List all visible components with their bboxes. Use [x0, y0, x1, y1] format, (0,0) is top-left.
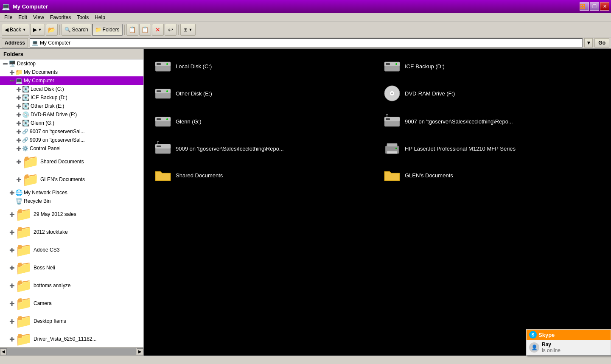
file-item-glenn-g[interactable]: Glenn (G:): [153, 112, 373, 131]
drive-icon-e: [154, 87, 171, 100]
expand-icon-desktop-items[interactable]: ➕: [8, 318, 15, 325]
file-label-glenn-g: Glenn (G:): [176, 118, 202, 125]
folder-tree[interactable]: ➖ 🖥️ Desktop ➕ 📁 My Documents ➖ 💻 My Com…: [0, 59, 143, 347]
sidebar-item-camera[interactable]: ➕ 📁 Camera: [0, 294, 143, 312]
copy-to-button[interactable]: 📋: [126, 24, 138, 36]
expand-icon-shared-documents[interactable]: ➕: [15, 158, 22, 165]
skype-popup[interactable]: S Skype 👤 Ray is online: [526, 329, 611, 356]
expand-icon-ice-backup-d[interactable]: ➕: [15, 94, 22, 101]
file-item-dvd-ram-f[interactable]: DVD-RAM Drive (F:): [382, 83, 603, 104]
expand-icon-glenn-g[interactable]: ➕: [15, 120, 22, 126]
close-button[interactable]: ✕: [600, 2, 609, 11]
expand-icon-2012-stocktake[interactable]: ➕: [8, 229, 15, 235]
file-item-hp-laserjet[interactable]: HP LaserJet Professional M1210 MFP Serie…: [382, 139, 603, 158]
expand-icon-9007-tgoserver[interactable]: ➕: [15, 128, 22, 135]
sidebar-item-9009-tgoserver[interactable]: ➕ 🔗 9009 on 'tgoserver\Sal...: [0, 136, 143, 144]
expand-icon-29-may-sales[interactable]: ➕: [8, 211, 15, 218]
sidebar-item-control-panel[interactable]: ➕ ⚙️ Control Panel: [0, 144, 143, 153]
forward-button[interactable]: ▶ ▼: [30, 24, 45, 36]
file-item-9009-tgoserver[interactable]: 9009 on 'tgoserver\Sales\Iceclothing\Rep…: [153, 139, 373, 158]
expand-icon-bottoms-analyze[interactable]: ➕: [8, 282, 15, 289]
back-button[interactable]: ◀ Back ▼: [2, 24, 29, 36]
file-item-local-disk-c[interactable]: Local Disk (C:): [153, 58, 373, 75]
sidebar-scrollbar[interactable]: ◀ ▶: [0, 347, 143, 356]
menu-favorites[interactable]: Favorites: [48, 14, 73, 21]
move-to-button[interactable]: 📋: [139, 24, 151, 36]
scroll-right-arrow[interactable]: ▶: [137, 348, 143, 355]
expand-icon-my-documents[interactable]: ➕: [8, 69, 15, 76]
file-label-shared-documents: Shared Documents: [176, 172, 223, 179]
drive-icon-g: [154, 115, 171, 128]
my-computer-icon: 💻: [15, 77, 22, 84]
expand-icon-9009-tgoserver[interactable]: ➕: [15, 137, 22, 143]
sidebar-item-shared-documents[interactable]: ➕ 📁 Shared Documents: [0, 153, 143, 171]
file-item-glens-documents[interactable]: GLEN's Documents: [382, 166, 603, 184]
sidebar-item-my-network[interactable]: ➕ 🌐 My Network Places: [0, 188, 143, 197]
sidebar-item-boss-neli[interactable]: ➕ 📁 Boss Neli: [0, 259, 143, 277]
file-item-other-disk-e[interactable]: Other Disk (E:): [153, 83, 373, 104]
menu-tools[interactable]: Tools: [74, 14, 91, 21]
view-button[interactable]: ⊞ ▼: [180, 24, 196, 36]
expand-icon-other-disk-e[interactable]: ➕: [15, 103, 22, 109]
sidebar-item-9007-tgoserver[interactable]: ➕ 🔗 9007 on 'tgoserver\Sal...: [0, 127, 143, 136]
delete-button[interactable]: ✕: [152, 24, 164, 36]
address-dropdown[interactable]: ▼: [584, 38, 593, 48]
expand-icon-control-panel[interactable]: ➕: [15, 145, 22, 152]
menu-file[interactable]: File: [2, 14, 15, 21]
search-button[interactable]: 🔍 Search: [62, 24, 91, 36]
folders-button[interactable]: 📁 Folders: [92, 24, 123, 36]
expand-icon-driver-vista[interactable]: ➕: [8, 336, 15, 342]
file-item-shared-documents[interactable]: Shared Documents: [153, 166, 373, 184]
sidebar-item-other-disk-e[interactable]: ➕ 💽 Other Disk (E:): [0, 102, 143, 110]
go-button[interactable]: Go: [594, 38, 609, 48]
back-dropdown-icon: ▼: [22, 28, 26, 32]
expand-icon-desktop[interactable]: ➖: [2, 60, 8, 67]
sidebar-item-adobe-cs3[interactable]: ➕ 📁 Adobe CS3: [0, 241, 143, 259]
skype-avatar: 👤: [529, 342, 539, 353]
file-item-9007-tgoserver[interactable]: 9007 on 'tgoserver\Sales\Iceclothing\Rep…: [382, 112, 603, 131]
sidebar-item-glenn-g[interactable]: ➕ 💽 Glenn (G:): [0, 119, 143, 127]
sidebar-item-dvd-ram-f[interactable]: ➕ 💿 DVD-RAM Drive (F:): [0, 110, 143, 119]
netdrive-icon-9009: [154, 141, 171, 156]
sidebar-label-control-panel: Control Panel: [30, 146, 61, 151]
up-button[interactable]: 📂: [46, 24, 58, 36]
address-input[interactable]: 💻 My Computer: [30, 38, 583, 48]
printer-icon: [384, 141, 401, 156]
sidebar-item-desktop-items[interactable]: ➕ 📁 Desktop Items: [0, 312, 143, 330]
sidebar-label-recycle-bin: Recycle Bin: [24, 198, 50, 204]
sidebar-item-recycle-bin[interactable]: 🗑️ Recycle Bin: [0, 197, 143, 205]
menu-view[interactable]: View: [31, 14, 47, 21]
expand-icon-glens-documents[interactable]: ➕: [15, 176, 22, 183]
expand-icon-local-disk-c[interactable]: ➕: [15, 86, 22, 92]
skype-header: S Skype: [527, 330, 611, 340]
sidebar-label-my-network: My Network Places: [24, 190, 67, 196]
sidebar-item-driver-vista[interactable]: ➕ 📁 Driver_Vista_6250_11182...: [0, 330, 143, 347]
sidebar-item-local-disk-c[interactable]: ➕ 💽 Local Disk (C:): [0, 85, 143, 93]
sidebar-item-my-documents[interactable]: ➕ 📁 My Documents: [0, 68, 143, 76]
undo-button[interactable]: ↩: [165, 24, 177, 36]
expand-icon-adobe-cs3[interactable]: ➕: [8, 246, 15, 253]
expand-icon-boss-neli[interactable]: ➕: [8, 264, 15, 271]
sidebar-item-2012-stocktake[interactable]: ➕ 📁 2012 stocktake: [0, 223, 143, 241]
sidebar-item-29-may-sales[interactable]: ➕ 📁 29 May 2012 sales: [0, 205, 143, 223]
expand-icon-camera[interactable]: ➕: [8, 300, 15, 307]
dvd-icon-f: [384, 85, 401, 102]
scroll-track[interactable]: [7, 348, 136, 355]
restore-button[interactable]: ❐: [590, 2, 599, 11]
drive-icon-c: [154, 59, 171, 73]
expand-icon-my-computer[interactable]: ➖: [8, 77, 15, 84]
copy-to-icon: 📋: [129, 26, 136, 33]
desktop-items-icon: 📁: [15, 313, 32, 329]
menu-edit[interactable]: Edit: [16, 14, 30, 21]
sidebar-item-bottoms-analyze[interactable]: ➕ 📁 bottoms analyze: [0, 277, 143, 294]
sidebar-item-desktop[interactable]: ➖ 🖥️ Desktop: [0, 59, 143, 68]
sidebar-item-my-computer[interactable]: ➖ 💻 My Computer: [0, 76, 143, 85]
menu-help[interactable]: Help: [92, 14, 108, 21]
menu-bar: File Edit View Favorites Tools Help: [0, 13, 611, 22]
expand-icon-dvd-ram-f[interactable]: ➕: [15, 111, 22, 118]
file-item-ice-backup-d[interactable]: ICE Backup (D:): [382, 58, 603, 75]
sidebar-item-glens-documents[interactable]: ➕ 📁 GLEN's Documents: [0, 171, 143, 188]
scroll-left-arrow[interactable]: ◀: [0, 348, 7, 355]
expand-icon-my-network[interactable]: ➕: [8, 189, 15, 196]
sidebar-item-ice-backup-d[interactable]: ➕ 💽 ICE Backup (D:): [0, 93, 143, 102]
